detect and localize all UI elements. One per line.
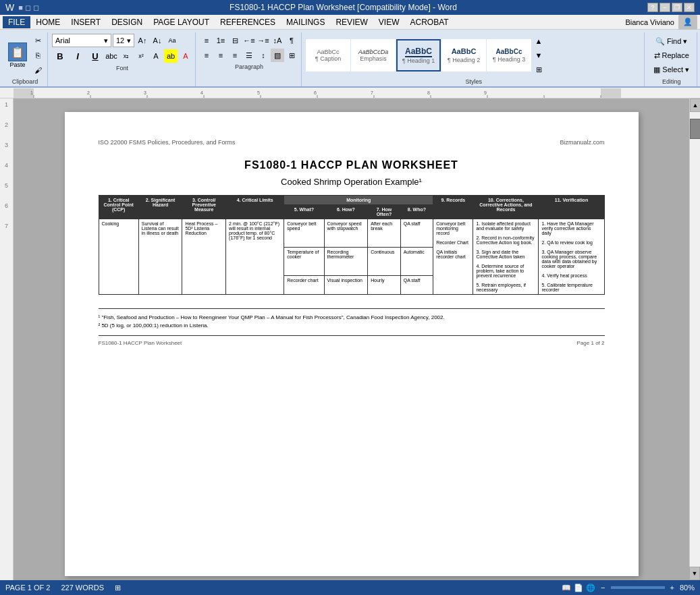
text-effects-button[interactable]: A bbox=[149, 49, 163, 63]
document-area[interactable]: ISO 22000 FSMS Policies, Procedures, and… bbox=[14, 98, 689, 590]
style-h1-preview: AaBbC bbox=[405, 47, 432, 57]
tab-file[interactable]: FILE bbox=[3, 16, 30, 28]
style-caption[interactable]: AaBbCc ¶ Caption bbox=[306, 39, 350, 72]
tab-home[interactable]: HOME bbox=[30, 16, 65, 28]
zoom-out-button[interactable]: − bbox=[601, 584, 605, 590]
italic-button[interactable]: I bbox=[70, 49, 86, 63]
col-how: 6. How? bbox=[324, 205, 368, 219]
cell-corrections: 1. Isolate affected product and evaluate… bbox=[473, 219, 539, 295]
cell-verification: 1. Have the QA Manager verify corrective… bbox=[539, 219, 604, 295]
strikethrough-button[interactable]: abc bbox=[105, 49, 118, 63]
style-heading3[interactable]: AaBbCc ¶ Heading 3 bbox=[487, 39, 531, 72]
decrease-indent-button[interactable]: ←≡ bbox=[242, 34, 256, 47]
align-center-button[interactable]: ≡ bbox=[214, 49, 227, 62]
close-button[interactable]: ✕ bbox=[684, 3, 695, 12]
left-panel: 1 2 3 4 5 6 7 bbox=[0, 98, 14, 590]
clear-format-button[interactable]: Aa bbox=[165, 34, 179, 47]
multilevel-list-button[interactable]: ⊟ bbox=[228, 34, 242, 47]
ruler: 1 2 3 4 5 6 7 8 9 bbox=[0, 88, 700, 98]
font-group: Arial▾ 12▾ A↑ A↓ Aa B I U abc x₂ x² A bbox=[49, 32, 196, 86]
underline-button[interactable]: U bbox=[87, 49, 103, 63]
tab-acrobat[interactable]: ACROBAT bbox=[404, 16, 454, 28]
subscript-button[interactable]: x₂ bbox=[119, 49, 133, 63]
tab-view[interactable]: VIEW bbox=[373, 16, 405, 28]
page-info: PAGE 1 OF 2 bbox=[5, 584, 50, 590]
find-button[interactable]: 🔍 Find ▾ bbox=[651, 35, 692, 48]
styles-scroll-up[interactable]: ▲ bbox=[532, 34, 545, 48]
col-records: 9. Records bbox=[433, 196, 473, 219]
header-right: Bizmanualz.com bbox=[560, 139, 604, 146]
justify-button[interactable]: ☰ bbox=[242, 49, 256, 62]
tab-references[interactable]: REFERENCES bbox=[215, 16, 281, 28]
svg-text:6: 6 bbox=[314, 90, 317, 95]
borders-button[interactable]: ⊞ bbox=[285, 49, 298, 62]
replace-button[interactable]: ⇄ Replace bbox=[649, 49, 694, 62]
numbering-button[interactable]: 1≡ bbox=[214, 34, 227, 47]
minimize-button[interactable]: − bbox=[659, 3, 670, 12]
tab-mailings[interactable]: MAILINGS bbox=[281, 16, 330, 28]
tab-review[interactable]: REVIEW bbox=[330, 16, 373, 28]
user-avatar: 👤 bbox=[678, 15, 697, 30]
bullets-button[interactable]: ≡ bbox=[200, 34, 213, 47]
read-mode-button[interactable]: 📖 bbox=[562, 584, 571, 590]
select-button[interactable]: ▦ Select ▾ bbox=[649, 63, 694, 76]
clipboard-label: Clipboard bbox=[5, 78, 45, 85]
scrollbar[interactable]: ▲ ▼ bbox=[689, 98, 700, 590]
paragraph-group: ≡ 1≡ ⊟ ←≡ →≡ ↕A ¶ ≡ ≡ ≡ ☰ ↕ ▧ ⊞ bbox=[197, 32, 302, 86]
increase-indent-button[interactable]: →≡ bbox=[257, 34, 270, 47]
haccp-table: 1. Critical Control Point (CCP) 2. Signi… bbox=[99, 195, 605, 295]
font-label: Font bbox=[52, 65, 192, 72]
copy-button[interactable]: ⎘ bbox=[31, 49, 45, 62]
footer-right: Page 1 of 2 bbox=[577, 340, 605, 346]
help-button[interactable]: ? bbox=[647, 3, 658, 12]
cell-what-1: Conveyor belt speed bbox=[284, 219, 324, 248]
col-ccp: 1. Critical Control Point (CCP) bbox=[99, 196, 138, 219]
style-heading2[interactable]: AaBbC ¶ Heading 2 bbox=[441, 39, 486, 72]
decrease-font-button[interactable]: A↓ bbox=[151, 34, 164, 47]
svg-text:2: 2 bbox=[87, 90, 90, 95]
sort-button[interactable]: ↕A bbox=[271, 34, 284, 47]
show-formatting-button[interactable]: ¶ bbox=[285, 34, 298, 47]
superscript-button[interactable]: x² bbox=[134, 49, 148, 63]
style-heading1[interactable]: AaBbC ¶ Heading 1 bbox=[396, 39, 441, 72]
web-layout-button[interactable]: 🌐 bbox=[586, 584, 595, 590]
zoom-slider[interactable] bbox=[611, 586, 665, 589]
highlight-button[interactable]: ab bbox=[164, 49, 178, 63]
svg-text:3: 3 bbox=[144, 90, 146, 95]
increase-font-button[interactable]: A↑ bbox=[136, 34, 149, 47]
line-spacing-button[interactable]: ↕ bbox=[257, 49, 270, 62]
col-corrections: 10. Corrections, Corrective Actions, and… bbox=[473, 196, 539, 219]
page-footer: FS1080-1 HACCP Plan Worksheet Page 1 of … bbox=[99, 335, 605, 346]
font-size-dropdown[interactable]: 12▾ bbox=[113, 34, 134, 47]
cell-often-3: Hourly bbox=[368, 276, 400, 295]
scroll-thumb[interactable] bbox=[690, 119, 700, 139]
style-h1-label: ¶ Heading 1 bbox=[402, 57, 435, 64]
format-painter-button[interactable]: 🖌 bbox=[31, 63, 45, 77]
restore-button[interactable]: ❐ bbox=[672, 3, 682, 12]
align-left-button[interactable]: ≡ bbox=[200, 49, 213, 62]
scroll-down-button[interactable]: ▼ bbox=[689, 567, 700, 580]
style-emphasis[interactable]: AaBbCcDa Emphasis bbox=[351, 39, 396, 72]
print-layout-button[interactable]: 📄 bbox=[574, 584, 583, 590]
styles-expand[interactable]: ⊞ bbox=[532, 63, 545, 76]
cell-how-3: Visual inspection bbox=[324, 276, 368, 295]
styles-scroll-down[interactable]: ▼ bbox=[532, 49, 545, 62]
shading-button[interactable]: ▧ bbox=[271, 49, 284, 62]
bold-button[interactable]: B bbox=[52, 49, 68, 63]
cut-button[interactable]: ✂ bbox=[31, 34, 45, 47]
styles-group: AaBbCc ¶ Caption AaBbCcDa Emphasis AaBbC… bbox=[303, 32, 645, 86]
col-verification: 11. Verification bbox=[539, 196, 604, 219]
page-header: ISO 22000 FSMS Policies, Procedures, and… bbox=[99, 139, 605, 146]
tab-page-layout[interactable]: PAGE LAYOUT bbox=[148, 16, 215, 28]
print-layout-icon[interactable]: ⊞ bbox=[115, 584, 121, 590]
find-icon: 🔍 bbox=[655, 37, 665, 46]
zoom-in-button[interactable]: + bbox=[670, 584, 674, 590]
scroll-up-button[interactable]: ▲ bbox=[690, 98, 700, 112]
align-right-button[interactable]: ≡ bbox=[228, 49, 242, 62]
tab-insert[interactable]: INSERT bbox=[65, 16, 106, 28]
paste-button[interactable]: 📋 Paste bbox=[5, 41, 30, 69]
font-color-button[interactable]: A bbox=[179, 49, 192, 63]
font-name-dropdown[interactable]: Arial▾ bbox=[52, 34, 111, 47]
tab-design[interactable]: DESIGN bbox=[106, 16, 148, 28]
paste-icon: 📋 bbox=[8, 42, 27, 61]
